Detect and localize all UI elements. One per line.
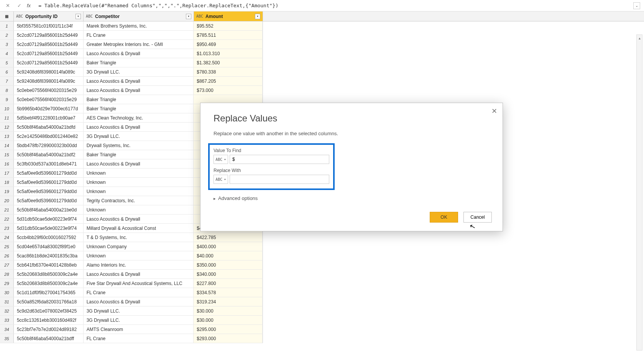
- cell-opportunity[interactable]: 5c2cd07129a856001b25d449: [14, 31, 84, 39]
- cell-amount[interactable]: $400.000: [194, 242, 263, 251]
- cell-opportunity[interactable]: 5c2cd07129a856001b25d449: [14, 49, 84, 58]
- replace-type-selector[interactable]: ABC: [214, 175, 228, 184]
- table-row[interactable]: 345c23bf7e7b7e2d0024d89182AMTS Cleanroom…: [0, 325, 263, 334]
- cell-competitor[interactable]: Unknown: [84, 187, 194, 196]
- row-number[interactable]: 12: [0, 123, 14, 131]
- table-row[interactable]: 295c5b20683d8b8500309c2a4eFive Star Dryw…: [0, 279, 263, 288]
- cell-opportunity[interactable]: 5c5af0ee9d5396001279dd0d: [14, 169, 84, 177]
- scroll-up-icon[interactable]: ▴: [637, 35, 642, 41]
- column-filter-icon[interactable]: ▾: [186, 14, 191, 19]
- cell-opportunity[interactable]: 5c50a852f6da820031766a18: [14, 297, 84, 306]
- cell-amount[interactable]: $95.552: [194, 21, 263, 30]
- cell-competitor[interactable]: Unknown Company: [84, 242, 194, 251]
- table-row[interactable]: 335cc8c13261ebb300160d492f3G Drywall LLC…: [0, 316, 263, 325]
- row-number[interactable]: 11: [0, 113, 14, 122]
- cancel-formula-icon[interactable]: ✕: [4, 2, 12, 10]
- cell-competitor[interactable]: Unknown: [84, 205, 194, 214]
- table-row[interactable]: 355c50b8f46aba54000a21bdffFL Crane$293.0…: [0, 334, 263, 343]
- cell-opportunity[interactable]: 5ccb4bb29f60c00016027592: [14, 233, 84, 242]
- cell-competitor[interactable]: AES Clean Technology, Inc.: [84, 113, 194, 122]
- cell-opportunity[interactable]: 5c9d2d63d1e078002ef38425: [14, 306, 84, 315]
- column-header-opportunity[interactable]: ABC Opportunity ID ▾: [14, 11, 84, 21]
- row-number[interactable]: 10: [0, 104, 14, 113]
- cell-competitor[interactable]: Baker Triangle: [84, 95, 194, 104]
- column-header-amount[interactable]: ABC Amount ▾: [194, 11, 263, 21]
- row-number[interactable]: 17: [0, 169, 14, 177]
- table-row[interactable]: 35c2cd07129a856001b25d449Greater Metropl…: [0, 40, 263, 49]
- row-number[interactable]: 34: [0, 325, 14, 334]
- cell-opportunity[interactable]: 5c3fb030d537a3001d8eb471: [14, 159, 84, 168]
- advanced-options-toggle[interactable]: Advanced options: [214, 195, 490, 201]
- cell-amount[interactable]: $350.000: [194, 260, 263, 269]
- cell-amount[interactable]: $950.469: [194, 40, 263, 49]
- cell-amount[interactable]: $40.000: [194, 251, 263, 260]
- cell-competitor[interactable]: Lasco Acoustics & Drywall: [84, 123, 194, 131]
- row-number[interactable]: 35: [0, 334, 14, 343]
- row-number[interactable]: 15: [0, 150, 14, 159]
- cell-opportunity[interactable]: 5c0ebe075566f40020315e29: [14, 86, 84, 95]
- cell-competitor[interactable]: Baker Triangle: [84, 150, 194, 159]
- cell-competitor[interactable]: 3G Drywall LLC.: [84, 67, 194, 76]
- table-row[interactable]: 265cac86b1b8de24001835c3baUnknown$40.000: [0, 251, 263, 260]
- row-number[interactable]: 19: [0, 187, 14, 196]
- ok-button[interactable]: OK: [430, 212, 458, 223]
- cell-opportunity[interactable]: 5c50b8f46aba54000a21bdf2: [14, 150, 84, 159]
- cell-amount[interactable]: $73.000: [194, 86, 263, 95]
- cell-competitor[interactable]: Lasco Acoustics & Drywall: [84, 215, 194, 223]
- cancel-button[interactable]: Cancel: [463, 212, 492, 223]
- table-row[interactable]: 55c2cd07129a856001b25d449Baker Triangle$…: [0, 58, 263, 67]
- row-number[interactable]: 20: [0, 196, 14, 205]
- cell-competitor[interactable]: 3G Drywall LLC.: [84, 316, 194, 324]
- cell-opportunity[interactable]: 5c5af0ee9d5396001279dd0d: [14, 178, 84, 187]
- row-number[interactable]: 32: [0, 306, 14, 315]
- cell-amount[interactable]: $334.578: [194, 288, 263, 297]
- formula-input[interactable]: = Table.ReplaceValue(#"Renamed Columns",…: [34, 3, 629, 8]
- cell-competitor[interactable]: FL Crane: [84, 31, 194, 39]
- cell-competitor[interactable]: Millard Drywall & Acoustical Const: [84, 224, 194, 233]
- row-number[interactable]: 21: [0, 205, 14, 214]
- cell-opportunity[interactable]: 5c5af0ee9d5396001279dd0d: [14, 187, 84, 196]
- column-filter-icon[interactable]: ▾: [76, 14, 81, 19]
- table-row[interactable]: 255cd04e657d4a83002f89f1e0Unknown Compan…: [0, 242, 263, 251]
- row-number[interactable]: 25: [0, 242, 14, 251]
- cell-opportunity[interactable]: 5bf3557581c01f001f11c34f: [14, 21, 84, 30]
- row-number[interactable]: 1: [0, 21, 14, 30]
- cell-competitor[interactable]: 3G Drywall LLC.: [84, 132, 194, 141]
- cell-opportunity[interactable]: 5d31db50cae5de00223e9f74: [14, 224, 84, 233]
- cell-amount[interactable]: $867.205: [194, 77, 263, 85]
- cell-amount[interactable]: $293.000: [194, 334, 263, 343]
- cell-competitor[interactable]: Unknown: [84, 251, 194, 260]
- cell-opportunity[interactable]: 5c5af0ee9d5396001279dd0d: [14, 196, 84, 205]
- vertical-scrollbar[interactable]: ▴: [636, 34, 642, 351]
- row-number[interactable]: 9: [0, 95, 14, 104]
- column-filter-icon[interactable]: ▾: [255, 14, 260, 19]
- cell-competitor[interactable]: Baker Triangle: [84, 58, 194, 67]
- cell-opportunity[interactable]: 5c23bf7e7b7e2d0024d89182: [14, 325, 84, 334]
- table-row[interactable]: 325c9d2d63d1e078002ef384253G Drywall LLC…: [0, 306, 263, 316]
- cell-amount[interactable]: $780.338: [194, 67, 263, 76]
- cell-opportunity[interactable]: 5cac86b1b8de24001835c3ba: [14, 251, 84, 260]
- cell-competitor[interactable]: Baker Triangle: [84, 104, 194, 113]
- cell-competitor[interactable]: Lasco Acoustics & Drywall: [84, 159, 194, 168]
- cell-opportunity[interactable]: 5c0ebe075566f40020315e29: [14, 95, 84, 104]
- table-row[interactable]: 15bf3557581c01f001f11c34fMarek Brothers …: [0, 21, 263, 31]
- cell-competitor[interactable]: FL Crane: [84, 288, 194, 297]
- row-number-header[interactable]: ▦: [0, 11, 14, 21]
- cell-competitor[interactable]: Lasco Acoustics & Drywall: [84, 49, 194, 58]
- cell-competitor[interactable]: 3G Drywall LLC.: [84, 306, 194, 315]
- cell-opportunity[interactable]: 5d5bebf4f91228001cb90ae7: [14, 113, 84, 122]
- cell-opportunity[interactable]: 5b9965b40d29e7000ec6177d: [14, 104, 84, 113]
- row-number[interactable]: 22: [0, 215, 14, 223]
- cell-opportunity[interactable]: 5c50b8f46aba54000a21bdff: [14, 334, 84, 343]
- cell-opportunity[interactable]: 5cc8c13261ebb300160d492f: [14, 316, 84, 324]
- cell-opportunity[interactable]: 5c50b8f46aba54000a21be0d: [14, 205, 84, 214]
- cell-opportunity[interactable]: 5c2cd07129a856001b25d449: [14, 58, 84, 67]
- cell-competitor[interactable]: Tegrity Contractors, Inc.: [84, 196, 194, 205]
- row-number[interactable]: 3: [0, 40, 14, 49]
- cell-competitor[interactable]: T & D Systems, Inc.: [84, 233, 194, 242]
- cell-amount[interactable]: $340.000: [194, 270, 263, 278]
- cell-amount[interactable]: $30.000: [194, 316, 263, 324]
- cell-opportunity[interactable]: 5c92408d6f83980014fa089c: [14, 67, 84, 76]
- cell-amount[interactable]: $785.511: [194, 31, 263, 39]
- cell-competitor[interactable]: Drywall Systems, Inc.: [84, 141, 194, 150]
